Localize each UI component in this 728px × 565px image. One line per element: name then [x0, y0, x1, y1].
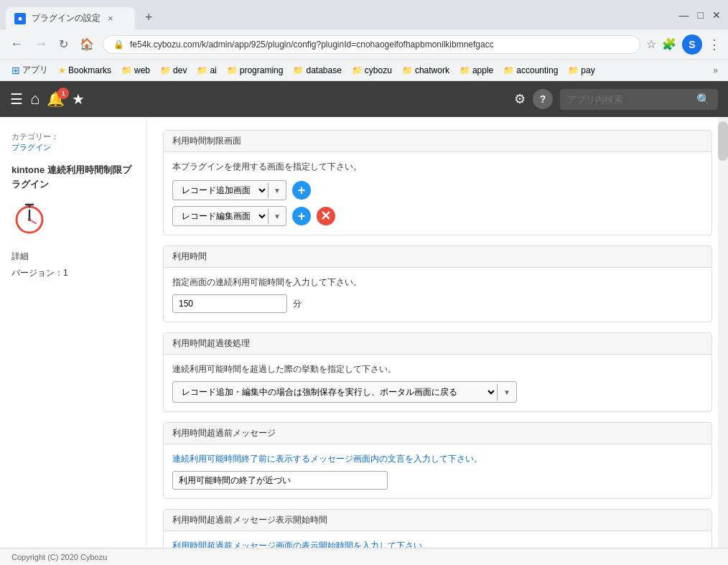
new-tab-button[interactable]: + [138, 6, 160, 29]
bookmarks-more-button[interactable]: » [710, 64, 721, 77]
close-button[interactable]: ✕ [712, 9, 721, 21]
folder-apple-icon: 📁 [459, 65, 470, 75]
usage-time-desc: 指定画面の連続利用可能時間を入力して下さい。 [172, 276, 703, 289]
lock-icon: 🔒 [113, 39, 124, 50]
bookmark-chatwork[interactable]: 📁 chatwork [398, 64, 454, 77]
browser-menu-icon[interactable]: ⋮ [708, 37, 721, 52]
settings-gear-button[interactable]: ⚙ [514, 91, 526, 107]
dropdown-arrow-1: ▼ [268, 183, 286, 198]
notification-button[interactable]: 🔔 1 [47, 90, 65, 108]
folder-web-icon: 📁 [121, 65, 132, 75]
screen-dropdown-2[interactable]: レコード編集画面 レコード追加画面 ▼ [172, 206, 286, 226]
time-limit-desc: 本プラグインを使用する画面を指定して下さい。 [172, 161, 703, 173]
apps-grid-icon: ⊞ [11, 65, 20, 76]
folder-pay-icon: 📁 [568, 65, 579, 75]
overtime-action-dropdown[interactable]: レコード追加・編集中の場合は強制保存を実行し、ポータル画面に戻る ▼ [172, 381, 517, 403]
add-screen-button-1[interactable]: + [292, 181, 311, 200]
sidebar-category-link[interactable]: プラグイン [11, 142, 135, 153]
pre-message-time-header: 利用時間超過前メッセージ表示開始時間 [164, 510, 711, 531]
bookmark-cybozu[interactable]: 📁 cybozu [347, 64, 396, 77]
bookmark-apple[interactable]: 📁 apple [455, 64, 498, 77]
header-search-box[interactable]: 🔍 [560, 89, 718, 110]
plugin-title: kintone 連続利用時間制限プラグイン [11, 163, 135, 191]
overtime-action-desc: 連続利用可能時間を超過した際の挙動を指定して下さい。 [172, 363, 703, 375]
screen-dropdown-1[interactable]: レコード追加画面 レコード編集画面 ▼ [172, 180, 286, 200]
time-limit-section: 利用時間制限画面 本プラグインを使用する画面を指定して下さい。 レコード追加画面… [163, 130, 712, 235]
hamburger-menu-button[interactable]: ☰ [10, 90, 23, 108]
pre-message-time-section: 利用時間超過前メッセージ表示開始時間 利用時間超過前メッセージ画面の表示開始時間… [163, 509, 712, 548]
dropdown-arrow-2: ▼ [268, 209, 286, 224]
folder-ai-icon: 📁 [197, 65, 207, 75]
screen-select-1[interactable]: レコード追加画面 レコード編集画面 [173, 181, 268, 200]
overtime-action-select[interactable]: レコード追加・編集中の場合は強制保存を実行し、ポータル画面に戻る [173, 382, 497, 402]
usage-time-section: 利用時間 指定画面の連続利用可能時間を入力して下さい。 分 [163, 246, 712, 322]
address-text: fe54k.cybozu.com/k/admin/app/925/plugin/… [130, 39, 494, 50]
plugin-icon [11, 201, 135, 239]
folder-database-icon: 📁 [293, 65, 304, 75]
pre-message-section: 利用時間超過前メッセージ 連続利用可能時間終了前に表示するメッセージ画面内の文言… [163, 422, 712, 499]
pre-message-header: 利用時間超過前メッセージ [164, 423, 711, 444]
bookmarks-bar: ⊞ アプリ ★ Bookmarks 📁 web 📁 dev 📁 ai 📁 pro… [0, 60, 728, 81]
copyright-text: Copyright (C) 2020 Cybozu [11, 553, 107, 561]
bookmark-web[interactable]: 📁 web [117, 64, 154, 77]
minimize-button[interactable]: — [679, 9, 689, 21]
forward-button[interactable]: → [32, 34, 50, 55]
bookmark-apps[interactable]: ⊞ アプリ [7, 62, 52, 78]
overtime-action-header: 利用時間超過後処理 [164, 333, 711, 355]
usage-time-input[interactable] [172, 294, 287, 313]
sidebar-category-label: カテゴリー： [11, 131, 135, 142]
reload-button[interactable]: ↻ [56, 34, 71, 54]
folder-dev-icon: 📁 [160, 65, 171, 75]
folder-programing-icon: 📁 [227, 65, 238, 75]
sidebar-detail-label: 詳細 [11, 251, 135, 263]
app-header: ☰ ⌂ 🔔 1 ★ ⚙ ? 🔍 [0, 81, 728, 117]
search-magnifier-icon[interactable]: 🔍 [696, 93, 711, 106]
main-content: 利用時間制限画面 本プラグインを使用する画面を指定して下さい。 レコード追加画面… [147, 117, 728, 548]
overtime-action-arrow: ▼ [497, 384, 516, 401]
clock-icon [11, 201, 47, 237]
time-unit-label: 分 [293, 298, 302, 310]
star-bookmark-icon: ★ [58, 65, 66, 75]
add-screen-button-2[interactable]: + [292, 207, 311, 225]
usage-time-header: 利用時間 [164, 246, 711, 268]
browser-window: ■ プラグインの設定 × + — □ ✕ ← → ↻ 🏠 🔒 fe54k.cyb… [0, 0, 728, 565]
screen-select-row-2: レコード編集画面 レコード追加画面 ▼ + ✕ [172, 206, 703, 226]
bookmark-ai[interactable]: 📁 ai [192, 64, 220, 77]
sidebar-version: バージョン：1 [11, 267, 135, 279]
scrollbar-track[interactable] [718, 117, 728, 548]
back-button[interactable]: ← [7, 34, 26, 55]
time-limit-section-header: 利用時間制限画面 [164, 131, 711, 152]
bookmark-dev[interactable]: 📁 dev [156, 64, 191, 77]
bookmark-bookmarks[interactable]: ★ Bookmarks [54, 64, 116, 77]
home-button[interactable]: 🏠 [77, 34, 97, 54]
bookmark-programing[interactable]: 📁 programing [223, 64, 288, 77]
remove-screen-button-2[interactable]: ✕ [317, 207, 335, 225]
sidebar: カテゴリー： プラグイン kintone 連続利用時間制限プラグイン 詳細 バー… [0, 117, 147, 548]
help-button[interactable]: ? [533, 89, 553, 109]
avatar[interactable]: S [682, 34, 702, 55]
extensions-icon[interactable]: 🧩 [662, 37, 676, 51]
footer: Copyright (C) 2020 Cybozu [0, 548, 728, 565]
kintone-home-button[interactable]: ⌂ [30, 90, 39, 108]
pre-message-time-desc: 利用時間超過前メッセージ画面の表示開始時間を入力して下さい。 [172, 540, 703, 548]
maximize-button[interactable]: □ [698, 9, 704, 21]
bookmark-pay[interactable]: 📁 pay [564, 64, 599, 77]
folder-chatwork-icon: 📁 [402, 65, 413, 75]
folder-accounting-icon: 📁 [503, 65, 514, 75]
tab-close-icon[interactable]: × [108, 13, 113, 24]
bookmark-database[interactable]: 📁 database [289, 64, 345, 77]
address-bar[interactable]: 🔒 fe54k.cybozu.com/k/admin/app/925/plugi… [103, 35, 640, 54]
overtime-action-section: 利用時間超過後処理 連続利用可能時間を超過した際の挙動を指定して下さい。 レコー… [163, 332, 712, 412]
pre-message-desc: 連続利用可能時間終了前に表示するメッセージ画面内の文言を入力して下さい。 [172, 453, 703, 465]
bookmark-star-icon[interactable]: ☆ [646, 37, 656, 51]
notification-badge: 1 [57, 88, 69, 99]
active-tab[interactable]: ■ プラグインの設定 × [6, 7, 135, 29]
scrollbar-thumb[interactable] [718, 121, 728, 161]
screen-select-2[interactable]: レコード編集画面 レコード追加画面 [173, 207, 268, 225]
search-input[interactable] [567, 94, 691, 105]
pre-message-input[interactable] [172, 471, 388, 490]
favorites-button[interactable]: ★ [72, 90, 85, 108]
screen-select-row-1: レコード追加画面 レコード編集画面 ▼ + [172, 180, 703, 200]
svg-line-3 [29, 220, 36, 223]
bookmark-accounting[interactable]: 📁 accounting [499, 64, 562, 77]
